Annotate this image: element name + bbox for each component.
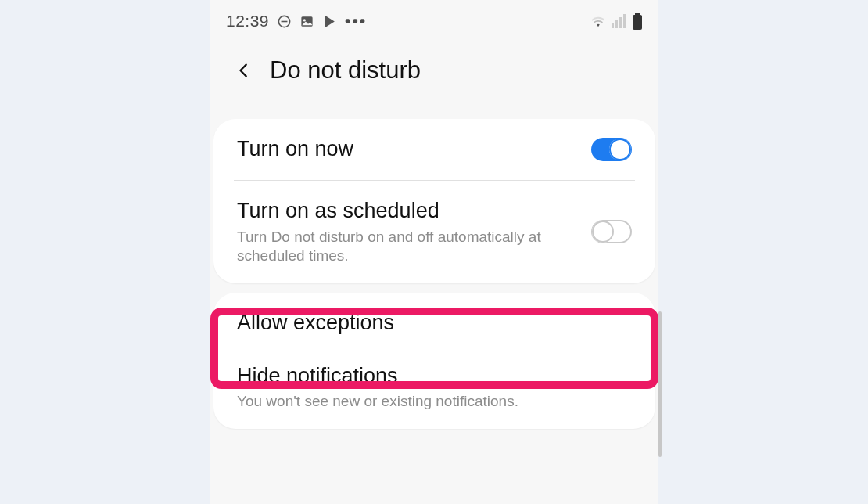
turn-on-now-row[interactable]: Turn on now — [213, 119, 655, 180]
battery-icon — [632, 13, 643, 30]
svg-rect-8 — [635, 13, 640, 15]
dnd-icon — [277, 14, 292, 29]
page-title: Do not disturb — [270, 56, 421, 85]
hide-notifications-description: You won't see new or existing notificati… — [237, 392, 565, 412]
svg-rect-9 — [633, 15, 642, 30]
more-icon: ••• — [345, 12, 367, 31]
svg-point-3 — [303, 19, 306, 21]
turn-on-now-label: Turn on now — [237, 136, 591, 163]
scroll-indicator — [658, 311, 662, 457]
turn-on-now-toggle[interactable] — [591, 138, 632, 161]
turn-on-scheduled-description: Turn Do not disturb on and off automatic… — [237, 228, 565, 266]
hide-notifications-label: Hide notifications — [237, 363, 632, 390]
dnd-toggle-card: Turn on now Turn on as scheduled Turn Do… — [213, 119, 655, 283]
back-button[interactable] — [234, 60, 254, 81]
turn-on-scheduled-toggle[interactable] — [591, 220, 632, 243]
status-bar: 12:39 ••• — [210, 0, 658, 42]
wifi-icon — [590, 14, 607, 28]
phone-frame: 12:39 ••• — [210, 0, 658, 504]
allow-exceptions-row[interactable]: Allow exceptions — [213, 293, 655, 354]
page-header: Do not disturb — [210, 42, 658, 119]
status-time: 12:39 — [226, 12, 269, 31]
turn-on-scheduled-row[interactable]: Turn on as scheduled Turn Do not disturb… — [213, 181, 655, 283]
svg-rect-4 — [612, 23, 614, 28]
svg-rect-7 — [623, 14, 626, 28]
svg-rect-5 — [615, 20, 618, 28]
turn-on-scheduled-label: Turn on as scheduled — [237, 198, 591, 225]
hide-notifications-row[interactable]: Hide notifications You won't see new or … — [213, 354, 655, 429]
allow-exceptions-label: Allow exceptions — [237, 310, 632, 337]
play-store-icon — [322, 14, 337, 29]
image-icon — [299, 14, 314, 29]
svg-rect-6 — [619, 17, 622, 28]
signal-icon — [612, 14, 627, 28]
dnd-options-card: Allow exceptions Hide notifications You … — [213, 293, 655, 429]
